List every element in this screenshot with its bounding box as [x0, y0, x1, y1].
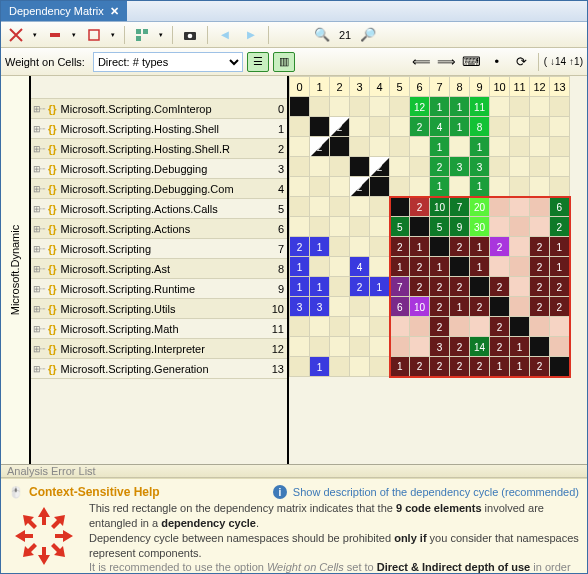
matrix-cell[interactable]: 20 — [470, 197, 490, 217]
matrix-cell[interactable] — [310, 177, 330, 197]
row-header[interactable]: ⊞┈{}Microsoft.Scripting.Math11 — [31, 319, 287, 339]
matrix-cell[interactable]: 1 — [430, 257, 450, 277]
matrix-cell[interactable]: 2 — [410, 197, 430, 217]
matrix-cell[interactable]: 2 — [530, 257, 550, 277]
matrix-cell[interactable]: 2 — [530, 297, 550, 317]
matrix-cell[interactable]: 2 — [450, 337, 470, 357]
matrix-cell[interactable] — [310, 117, 330, 137]
matrix-cell[interactable] — [550, 157, 570, 177]
matrix-cell[interactable]: 2 — [550, 277, 570, 297]
matrix-cell[interactable] — [310, 97, 330, 117]
matrix-cell[interactable]: 2 — [470, 297, 490, 317]
matrix-cell[interactable]: 2 — [410, 357, 430, 377]
matrix-cell[interactable] — [510, 317, 530, 337]
matrix-cell[interactable]: 7 — [390, 277, 410, 297]
matrix-cell[interactable] — [550, 337, 570, 357]
matrix-cell[interactable]: 1 — [410, 237, 430, 257]
matrix-cell[interactable] — [310, 257, 330, 277]
matrix-cell[interactable] — [410, 217, 430, 237]
matrix-cell[interactable] — [550, 97, 570, 117]
matrix-cell[interactable]: 2 — [450, 277, 470, 297]
col-header[interactable]: 1 — [310, 77, 330, 97]
matrix-cell[interactable] — [330, 357, 350, 377]
matrix-cell[interactable] — [370, 177, 390, 197]
matrix-cell[interactable] — [470, 277, 490, 297]
matrix-cell[interactable]: 2 — [310, 137, 330, 157]
matrix-cell[interactable]: 2 — [370, 157, 390, 177]
matrix-cell[interactable] — [390, 97, 410, 117]
matrix-cell[interactable] — [410, 177, 430, 197]
matrix-cell[interactable] — [290, 337, 310, 357]
matrix-cell[interactable] — [370, 257, 390, 277]
matrix-cell[interactable] — [370, 357, 390, 377]
matrix-cell[interactable]: 3 — [290, 297, 310, 317]
matrix-cell[interactable]: 2 — [430, 357, 450, 377]
matrix-cell[interactable] — [330, 257, 350, 277]
zoom-out-button[interactable]: 🔍 — [311, 24, 333, 46]
matrix-cell[interactable] — [290, 357, 310, 377]
matrix-cell[interactable] — [330, 157, 350, 177]
col-header[interactable]: 0 — [290, 77, 310, 97]
tab-close-icon[interactable]: ✕ — [110, 5, 119, 18]
matrix-cell[interactable]: 12 — [410, 97, 430, 117]
matrix-cell[interactable] — [490, 117, 510, 137]
matrix-cell[interactable] — [550, 317, 570, 337]
matrix-cell[interactable] — [310, 197, 330, 217]
matrix-cell[interactable] — [330, 337, 350, 357]
matrix-cell[interactable]: 6 — [550, 197, 570, 217]
keyboard-button[interactable]: ⌨ — [461, 51, 483, 73]
matrix-cell[interactable] — [290, 197, 310, 217]
matrix-cell[interactable] — [350, 97, 370, 117]
matrix-cell[interactable] — [290, 217, 310, 237]
remove-col-button[interactable] — [44, 24, 79, 46]
matrix-cell[interactable] — [490, 217, 510, 237]
matrix-cell[interactable] — [530, 157, 550, 177]
matrix-cell[interactable]: 2 — [490, 317, 510, 337]
matrix-cell[interactable]: 1 — [450, 97, 470, 117]
col-header[interactable]: 13 — [550, 77, 570, 97]
tree-expand-icon[interactable]: ⊞┈ — [33, 364, 44, 374]
matrix-cell[interactable] — [530, 317, 550, 337]
tree-expand-icon[interactable]: ⊞┈ — [33, 124, 44, 134]
matrix-cell[interactable] — [550, 137, 570, 157]
matrix-cell[interactable] — [350, 157, 370, 177]
matrix-cell[interactable]: 2 — [530, 237, 550, 257]
weight-select[interactable]: Direct: # types — [93, 52, 243, 72]
matrix-cell[interactable] — [410, 317, 430, 337]
tree-expand-icon[interactable]: ⊞┈ — [33, 304, 44, 314]
matrix-cell[interactable]: 2 — [550, 297, 570, 317]
matrix-cell[interactable]: 1 — [390, 257, 410, 277]
matrix-cell[interactable] — [370, 317, 390, 337]
matrix-cell[interactable]: 2 — [430, 277, 450, 297]
matrix-cell[interactable] — [330, 197, 350, 217]
matrix-cell[interactable] — [310, 337, 330, 357]
matrix-cell[interactable] — [350, 217, 370, 237]
matrix-cell[interactable]: 2 — [490, 237, 510, 257]
matrix-cell[interactable] — [370, 197, 390, 217]
col-header[interactable]: 9 — [470, 77, 490, 97]
matrix-cell[interactable] — [350, 317, 370, 337]
row-header[interactable]: ⊞┈{}Microsoft.Scripting.Debugging.Com4 — [31, 179, 287, 199]
matrix-cell[interactable] — [350, 197, 370, 217]
zoom-in-button[interactable]: 🔎 — [357, 24, 379, 46]
matrix-cell[interactable] — [290, 177, 310, 197]
matrix-cell[interactable]: 2 — [430, 317, 450, 337]
matrix-cell[interactable] — [510, 217, 530, 237]
row-header[interactable]: ⊞┈{}Microsoft.Scripting.Runtime9 — [31, 279, 287, 299]
row-header[interactable]: ⊞┈{}Microsoft.Scripting.Generation13 — [31, 359, 287, 379]
row-header[interactable]: ⊞┈{}Microsoft.Scripting.ComInterop0 — [31, 99, 287, 119]
right-align-button[interactable]: ⟹ — [436, 51, 458, 73]
matrix-cell[interactable]: 1 — [490, 357, 510, 377]
matrix-cell[interactable] — [490, 137, 510, 157]
matrix-cell[interactable] — [490, 197, 510, 217]
nav-back-button[interactable]: ◄ — [214, 24, 236, 46]
matrix-cell[interactable] — [290, 157, 310, 177]
matrix-cell[interactable] — [390, 177, 410, 197]
matrix-cell[interactable]: 1 — [450, 117, 470, 137]
matrix-cell[interactable]: 2 — [530, 277, 550, 297]
matrix-cell[interactable] — [410, 337, 430, 357]
apply-rows-button[interactable]: ☰ — [247, 52, 269, 72]
matrix-cell[interactable] — [390, 117, 410, 137]
matrix-cell[interactable] — [370, 137, 390, 157]
matrix-cell[interactable]: 30 — [470, 217, 490, 237]
